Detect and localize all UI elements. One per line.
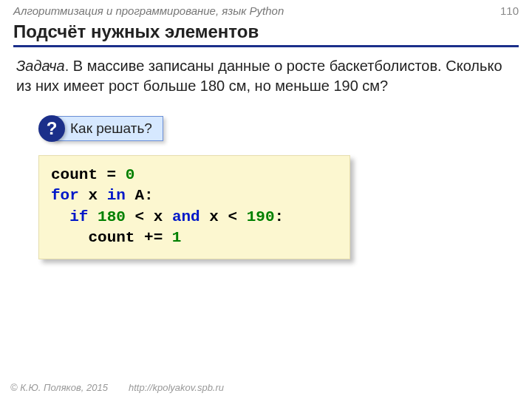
code-block: count = 0 for x in A: if 180 < x and x <… bbox=[38, 155, 350, 259]
page-number: 110 bbox=[500, 4, 519, 17]
hint-label: Как решать? bbox=[53, 116, 163, 141]
slide-title: Подсчёт нужных элементов bbox=[13, 21, 519, 42]
code-txt: x < bbox=[200, 208, 247, 225]
code-num: 0 bbox=[126, 166, 135, 183]
code-txt: : bbox=[275, 208, 284, 225]
code-txt: x bbox=[79, 187, 107, 204]
code-num: 1 bbox=[172, 229, 182, 246]
question-mark-icon: ? bbox=[38, 115, 65, 142]
code-num: 190 bbox=[247, 208, 275, 225]
code-txt: count += bbox=[88, 229, 171, 246]
copyright: © К.Ю. Поляков, 2015 bbox=[10, 382, 108, 393]
code-kw-if: if bbox=[69, 208, 88, 225]
title-rule: Подсчёт нужных элементов bbox=[13, 21, 519, 47]
code-sp bbox=[88, 208, 98, 225]
code-num: 180 bbox=[98, 208, 126, 225]
course-label: Алгоритмизация и программирование, язык … bbox=[13, 4, 284, 17]
footer-url: http://kpolyakov.spb.ru bbox=[129, 382, 224, 393]
header: Алгоритмизация и программирование, язык … bbox=[0, 0, 532, 17]
code-txt: < x bbox=[126, 208, 172, 225]
code-kw-for: for bbox=[51, 187, 79, 204]
task-label: Задача bbox=[16, 58, 65, 74]
hint-row: ? Как решать? bbox=[38, 115, 532, 142]
code-id: count bbox=[51, 166, 98, 183]
footer: © К.Ю. Поляков, 2015 http://kpolyakov.sp… bbox=[10, 382, 224, 393]
code-kw-in: in bbox=[107, 187, 126, 204]
code-txt: A: bbox=[126, 187, 154, 204]
code-kw-and: and bbox=[172, 208, 200, 225]
task-paragraph: Задача. В массиве записаны данные о рост… bbox=[16, 56, 502, 96]
code-op: = bbox=[98, 166, 126, 183]
task-text: . В массиве записаны данные о росте баск… bbox=[16, 58, 502, 94]
